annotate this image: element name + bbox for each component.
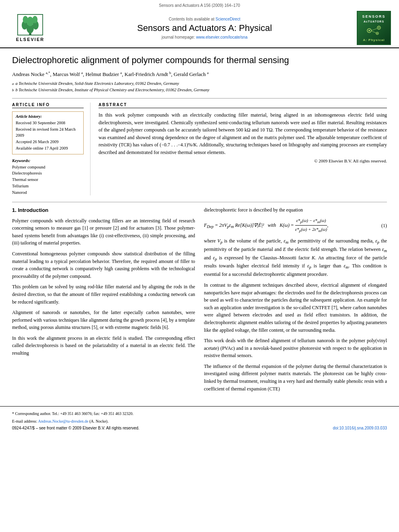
intro-para-2: Conventional homogeneous polymer compoun… [12,250,195,280]
sciencedirect-label: Contents lists available at ScienceDirec… [52,17,357,21]
svg-point-11 [378,27,379,28]
svg-point-5 [23,16,28,23]
sciencedirect-link[interactable]: ScienceDirect [216,17,241,21]
online-date: Available online 17 April 2009 [16,145,80,152]
elsevier-wordmark: ELSEVIER [16,37,44,42]
homepage-link: journal homepage: www.elsevier.com/locat… [52,35,357,39]
sensors-logo-graphic [366,25,382,37]
svg-line-14 [371,29,377,31]
elsevier-logo: ELSEVIER [8,14,52,42]
revised-date: Received in revised form 24 March 2009 [16,126,80,139]
introduction-title: 1. Introduction [12,206,195,214]
sensors-logo-title: SENSORS AcTUATORS [362,14,385,23]
article-title: Dielectrophoretic alignment of polymer c… [12,55,387,66]
intro-para-4: Alignment of nanorods or nanotubes, for … [12,309,195,331]
body-right-column: dielectrophoretic force is described by … [204,206,387,396]
divider-2 [12,202,387,202]
footer-doi: doi:10.1016/j.sna.2009.03.033 [333,426,387,430]
keyword-3: Thermal sensor [12,177,84,183]
journal-main-title: Sensors and Actuators A: Physical [52,23,357,33]
page-wrapper: Sensors and Actuators A 156 (2009) 164–1… [0,0,399,532]
divider-1 [12,98,387,99]
keyword-4: Tellurium [12,183,84,189]
equation-formula: FDep = 2πVpεm Re[K(ω)]∇|Ē|² with K(ω) = … [204,217,380,234]
intro-para-5: In this work the alignment process in an… [12,335,195,357]
intro-para-3: This problem can be solved by using rod-… [12,283,195,306]
body-left-column: 1. Introduction Polymer compounds with e… [12,206,195,396]
copyright-notice: © 2009 Elsevier B.V. All rights reserved… [99,158,387,163]
footer-email: E-mail address: Andreas.Nocke@tu-dresden… [12,418,387,424]
article-info-heading: ARTICLE INFO [12,103,84,108]
equation-intro: dielectrophoretic force is described by … [204,206,387,214]
authors-line: Andreas Nocke a,*, Marcus Wolf a, Helmut… [12,70,387,78]
svg-line-15 [371,31,376,33]
right-para-2: In contrast to the alignment techniques … [204,281,387,334]
keywords-label: Keywords: [12,158,84,163]
journal-top-bar: Sensors and Actuators A 156 (2009) 164–1… [8,3,391,8]
article-history-box: Article history: Received 30 September 2… [12,111,84,154]
info-abstract-section: ARTICLE INFO Article history: Received 3… [12,103,387,196]
footer-issn: 0924-4247/$ – see front matter © 2009 El… [12,426,140,430]
abstract-heading: ABSTRACT [99,103,387,108]
journal-title-center: Contents lists available at ScienceDirec… [52,17,357,39]
svg-point-6 [33,16,38,23]
body-section: 1. Introduction Polymer compounds with e… [12,206,387,396]
svg-point-4 [27,16,34,26]
article-info-column: ARTICLE INFO Article history: Received 3… [12,103,90,196]
keyword-5: Nanorod [12,189,84,196]
equation-1: FDep = 2πVpεm Re[K(ω)]∇|Ē|² with K(ω) = … [204,217,387,234]
intro-para-1: Polymer compounds with electrically cond… [12,217,195,247]
elsevier-tree-icon [16,14,44,36]
sensors-actuators-logo: SENSORS AcTUATORS A: Physical [357,11,391,45]
svg-point-13 [376,33,377,33]
right-para-1: where Vp is the volume of the particle, … [204,237,387,278]
history-label: Article history: [16,114,80,119]
right-para-4: The influence of the thermal expansion o… [204,363,387,392]
right-para-3: This work deals with the defined alignme… [204,337,387,359]
abstract-text: In this work polymer compounds with an e… [99,111,387,156]
svg-point-9 [368,30,370,31]
footer-footnote-star: * Corresponding author. Tel.: +49 351 46… [12,411,387,417]
keyword-2: Dielectrophoresis [12,170,84,177]
sensors-logo-subtitle: A: Physical [363,38,385,42]
article-content: Dielectrophoretic alignment of polymer c… [0,48,399,402]
keyword-1: Polymer compound [12,164,84,170]
homepage-url[interactable]: www.elsevier.com/locate/sna [196,35,247,39]
equation-number: (1) [380,222,387,230]
journal-banner: ELSEVIER Contents lists available at Sci… [8,11,391,45]
email-link[interactable]: Andreas.Nocke@tu-dresden.de [38,419,88,423]
accepted-date: Accepted 26 March 2009 [16,139,80,145]
received-date: Received 30 September 2008 [16,120,80,126]
journal-header: Sensors and Actuators A 156 (2009) 164–1… [0,0,399,48]
abstract-column: ABSTRACT In this work polymer compounds … [99,103,387,196]
article-footer: * Corresponding author. Tel.: +49 351 46… [0,406,399,433]
keywords-section: Keywords: Polymer compound Dielectrophor… [12,158,84,196]
footer-bottom: 0924-4247/$ – see front matter © 2009 El… [12,426,387,430]
affiliations: a a Technische Universität Dresden, Soli… [12,80,387,93]
